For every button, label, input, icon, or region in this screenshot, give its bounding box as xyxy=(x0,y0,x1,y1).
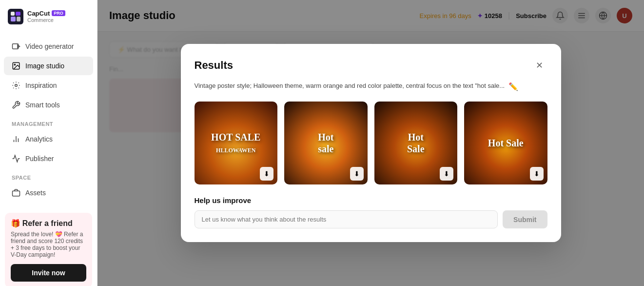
refer-card: 🎁 Refer a friend Spread the love! 💝 Refe… xyxy=(5,213,92,286)
svg-rect-3 xyxy=(17,17,20,21)
prompt-text: Vintage poster style; Halloween theme, w… xyxy=(195,81,505,91)
image-overlay-text-1: HOT SALEHLLOWAWEN xyxy=(211,131,260,155)
sidebar-label: Image studio xyxy=(25,62,64,70)
app-logo: CapCut PRO Commerce xyxy=(0,0,97,32)
download-button-1[interactable]: ⬇ xyxy=(260,167,273,181)
sidebar-item-assets[interactable]: Assets xyxy=(4,184,93,202)
logo-name: CapCut xyxy=(27,10,50,18)
modal-title: Results xyxy=(195,59,233,72)
svg-rect-2 xyxy=(11,17,16,21)
refer-card-desc: Spread the love! 💝 Refer a friend and sc… xyxy=(11,231,86,258)
svg-rect-1 xyxy=(16,12,20,16)
svg-point-8 xyxy=(15,84,18,87)
sidebar-label: Video generator xyxy=(25,42,74,50)
image-overlay-text-3: HotSale xyxy=(407,131,425,155)
result-image-4: Hot Sale ⬇ xyxy=(464,102,547,184)
submit-button[interactable]: Submit xyxy=(503,210,547,228)
image-overlay-text-2: Hotsale xyxy=(318,131,333,155)
main-content: Image studio Expires in 96 days ✦ 10258 … xyxy=(98,0,644,286)
pro-badge: PRO xyxy=(52,10,65,16)
space-section-label: Space xyxy=(0,169,97,183)
sidebar-label: Publisher xyxy=(25,155,54,163)
refer-card-title: 🎁 Refer a friend xyxy=(11,219,86,228)
sidebar-label: Assets xyxy=(25,189,46,197)
management-section-label: Management xyxy=(0,115,97,129)
main-nav: Video generator Image studio Inspiration… xyxy=(0,32,97,207)
result-image-1: HOT SALEHLLOWAWEN ⬇ xyxy=(195,102,278,184)
modal-close-button[interactable]: ✕ xyxy=(532,58,547,73)
logo-subtitle: Commerce xyxy=(27,17,65,23)
svg-rect-0 xyxy=(11,12,15,16)
modal-overlay: Results ✕ Vintage poster style; Hallowee… xyxy=(98,0,644,286)
sidebar-label: Inspiration xyxy=(25,82,57,89)
result-image-2: Hotsale ⬇ xyxy=(284,102,368,184)
sidebar-item-publisher[interactable]: Publisher xyxy=(4,149,93,168)
improve-section-label: Help us improve xyxy=(195,196,547,204)
modal-header: Results ✕ xyxy=(195,58,547,73)
download-button-4[interactable]: ⬇ xyxy=(530,167,544,181)
sidebar-item-video-generator[interactable]: Video generator xyxy=(4,37,93,56)
sidebar-label: Analytics xyxy=(25,135,53,143)
svg-rect-12 xyxy=(13,191,20,196)
modal-prompt: Vintage poster style; Halloween theme, w… xyxy=(195,81,547,93)
feedback-input[interactable] xyxy=(195,210,498,228)
sidebar: CapCut PRO Commerce Video generator Imag… xyxy=(0,0,98,286)
svg-point-7 xyxy=(14,64,15,65)
image-overlay-text-4: Hot Sale xyxy=(488,137,524,149)
refer-icon: 🎁 xyxy=(11,219,20,227)
modal-images-grid: HOT SALEHLLOWAWEN ⬇ Hotsale ⬇ HotSale ⬇ … xyxy=(195,102,547,184)
result-image-3: HotSale ⬇ xyxy=(374,102,458,184)
sidebar-label: Smart tools xyxy=(25,101,60,109)
edit-prompt-icon[interactable]: ✏️ xyxy=(508,81,518,93)
download-button-2[interactable]: ⬇ xyxy=(350,167,364,181)
results-modal: Results ✕ Vintage poster style; Hallowee… xyxy=(181,44,561,242)
sidebar-item-image-studio[interactable]: Image studio xyxy=(4,57,93,75)
sidebar-item-smart-tools[interactable]: Smart tools xyxy=(4,96,93,114)
logo-icon xyxy=(8,9,23,24)
feedback-row: Submit xyxy=(195,210,547,228)
download-button-3[interactable]: ⬇ xyxy=(440,167,453,181)
invite-now-button[interactable]: Invite now xyxy=(11,264,86,282)
sidebar-item-analytics[interactable]: Analytics xyxy=(4,130,93,148)
sidebar-item-inspiration[interactable]: Inspiration xyxy=(4,76,93,95)
